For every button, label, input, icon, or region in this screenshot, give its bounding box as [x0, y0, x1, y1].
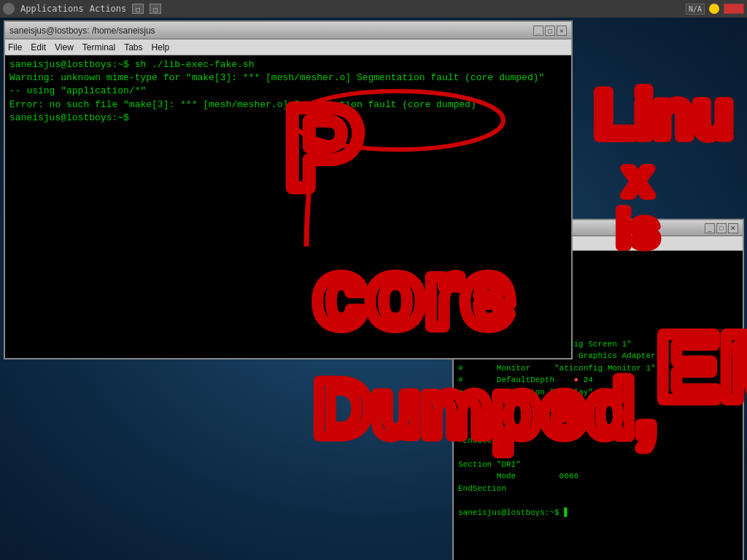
t2-line-16: Section "DRI" — [458, 459, 738, 471]
t2-line-13: # Depth 24 — [458, 411, 738, 423]
menu-terminal[interactable]: Terminal — [82, 42, 115, 52]
power-icon — [724, 4, 744, 14]
t2-line-14: # EndSubSection — [458, 422, 738, 435]
second-close-button[interactable]: ✕ — [728, 223, 738, 233]
minimize-button[interactable]: _ — [533, 26, 543, 36]
t2-line-10: # DefaultDepth ● 24 — [458, 374, 738, 386]
taskbar-app-icon — [3, 3, 15, 15]
menu-view[interactable]: View — [55, 42, 74, 52]
battery-icon — [709, 4, 719, 14]
t2-line-12: # Viewport 0 0 — [458, 398, 738, 411]
main-terminal-titlebar: saneisjus@lostboys: /home/saneisjus _ □ … — [5, 22, 571, 39]
terminal-line-4: Error: no such file "make[3]: *** [mesh/… — [9, 98, 567, 112]
window-controls: _ □ ✕ — [533, 26, 567, 36]
taskbar-icon1[interactable]: □ — [132, 4, 144, 14]
main-terminal-title: saneisjus@lostboys: /home/saneisjus — [9, 26, 155, 36]
menu-tabs[interactable]: Tabs — [124, 42, 142, 52]
t2-line-11: # SubSection "Display" — [458, 386, 738, 399]
taskbar-right: N/A — [686, 4, 744, 15]
terminal-line-1: saneisjus@lostboys:~$ sh ./lib-exec-fake… — [9, 58, 567, 71]
t2-line-18: EndSection — [458, 483, 738, 495]
menu-edit[interactable]: Edit — [31, 42, 46, 52]
t2-line-9: # Monitor "aticonfig Monitor 1" — [458, 362, 738, 375]
terminal-line-5: saneisjus@lostboys:~$ — [9, 112, 567, 125]
t2-blank3 — [458, 494, 738, 507]
t2-line-15: #EndSection — [458, 435, 738, 447]
applications-menu[interactable]: Applications — [20, 4, 84, 14]
terminal-line-3: -- using "application/*" — [9, 85, 567, 98]
t2-line-17: Mode 0666 — [458, 470, 738, 483]
main-terminal-window: saneisjus@lostboys: /home/saneisjus _ □ … — [4, 20, 573, 359]
taskbar-left: Applications Actions □ □ — [3, 3, 161, 15]
taskbar-icon2[interactable]: □ — [150, 4, 161, 14]
second-maximize-button[interactable]: □ — [716, 223, 727, 233]
t2-line-19: saneisjus@lostboys:~$ ▋ — [458, 507, 738, 519]
second-minimize-button[interactable]: _ — [705, 223, 715, 233]
keyboard-indicator: N/A — [686, 4, 705, 15]
main-terminal-menubar: File Edit View Terminal Tabs Help — [5, 39, 571, 55]
close-button[interactable]: ✕ — [557, 26, 567, 36]
terminal-line-2: Warning: unknown mime-type for "make[3]:… — [9, 71, 567, 85]
menu-file[interactable]: File — [8, 42, 22, 52]
actions-menu[interactable]: Actions — [90, 4, 127, 14]
taskbar: Applications Actions □ □ N/A — [0, 0, 747, 18]
t2-blank2 — [458, 446, 738, 459]
second-window-controls: _ □ ✕ — [705, 223, 738, 233]
menu-help[interactable]: Help — [152, 42, 170, 52]
main-terminal-body[interactable]: saneisjus@lostboys:~$ sh ./lib-exec-fake… — [5, 55, 571, 358]
maximize-button[interactable]: □ — [545, 26, 555, 36]
